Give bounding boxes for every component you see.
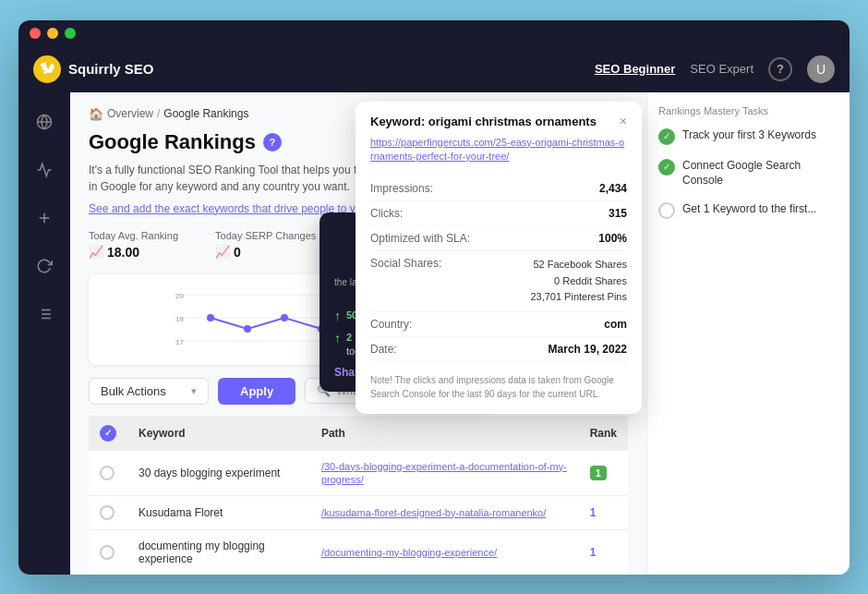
sidebar-icon-globe[interactable] [30,107,59,137]
kd-sla-value: 100% [470,232,627,245]
kd-date-value: March 19, 2022 [463,343,627,356]
breadcrumb-current: Google Rankings [163,107,248,120]
kd-clicks-label: Clicks: [370,207,463,220]
task-label-2: Connect Google Search Console [682,158,838,189]
kd-title: Keyword: origami christmas ornaments [370,115,597,128]
content-area: 🏠 Overview / Google Rankings Google Rank… [70,92,850,575]
col-path-header[interactable]: Path [310,416,579,451]
sidebar-icon-sync[interactable] [30,251,59,281]
keyword-detail-panel: Keyword: origami christmas ornaments × h… [356,102,642,415]
keywords-table: ✓ Keyword Path Rank 30 days blogging exp… [89,416,628,575]
breadcrumb-overview[interactable]: Overview [107,107,153,120]
svg-text:17: 17 [175,338,184,346]
row-path[interactable]: /kusudama-floret-designed-by-natalia-rom… [310,495,579,529]
row-keyword: Kusudama Floret [127,495,310,529]
arrow-icon-2: ↑ [334,331,341,345]
sidebar-icon-add[interactable] [30,203,59,233]
kd-sla-label: Optimized with SLA: [370,232,470,245]
nav-seo-beginner[interactable]: SEO Beginner [595,62,675,76]
kd-url[interactable]: https://paperfingercuts.com/25-easy-orig… [370,136,627,164]
kd-close-button[interactable]: × [620,115,627,127]
serp-label: Today SERP Changes [215,230,316,241]
maximize-dot[interactable] [65,28,76,39]
navbar: 🐿 Squirrly SEO SEO Beginner SEO Expert ?… [18,46,850,92]
serp-stat: Today SERP Changes 📈 0 [215,230,316,260]
row-rank: 1 [579,451,628,496]
col-rank-header[interactable]: Rank [579,416,628,451]
row-path[interactable]: /documenting-my-blogging-experience/ [310,529,579,575]
kd-social-row: Social Shares: 52 Facebook Shares 0 Redd… [370,251,627,312]
svg-point-17 [244,325,251,333]
table-header: ✓ Keyword Path Rank [89,416,628,451]
main-layout: 🏠 Overview / Google Rankings Google Rank… [18,92,850,575]
close-dot[interactable] [30,28,41,39]
table-row: documenting my blogging experience /docu… [89,529,628,575]
kd-clicks-row: Clicks: 315 [370,201,627,226]
brand-name: Squirrly SEO [68,61,154,77]
kd-clicks-value: 315 [463,207,627,220]
titlebar [18,20,850,46]
row-keyword: 30 days blogging experiment [127,451,310,496]
navbar-right: SEO Beginner SEO Expert ? U [595,55,835,83]
task-item-3: Get 1 Keyword to the first... [658,201,838,219]
task-item-1: ✓ Track your first 3 Keywords [658,127,838,145]
app-window: 🐿 Squirrly SEO SEO Beginner SEO Expert ?… [18,20,850,575]
right-panel: Rankings Mastery Tasks ✓ Track your firs… [646,92,850,575]
kd-sla-row: Optimized with SLA: 100% [370,226,627,251]
table-row: Kusudama Floret /kusudama-floret-designe… [89,495,628,529]
task-check-2: ✓ [658,159,675,176]
kd-social-values: 52 Facebook Shares 0 Reddit Shares 23,70… [530,257,627,306]
svg-text:20: 20 [175,292,184,300]
avg-ranking-stat: Today Avg. Ranking 📈 18.00 [89,230,178,260]
minimize-dot[interactable] [47,28,58,39]
arrow-icon-1: ↑ [334,309,341,323]
table-row: 30 days blogging experiment /30-days-blo… [89,451,628,496]
row-checkbox[interactable] [89,529,127,575]
kd-social-label: Social Shares: [370,257,463,270]
task-item-2: ✓ Connect Google Search Console [658,158,838,189]
svg-point-18 [281,314,288,321]
sidebar-icon-chart[interactable] [30,155,59,185]
avatar[interactable]: U [807,55,835,83]
kd-date-row: Date: March 19, 2022 [370,337,627,362]
page-title-text: Google Rankings [89,130,256,154]
row-rank: 1 [579,529,628,575]
serp-value: 📈 0 [215,245,316,260]
sidebar [18,92,70,575]
svg-text:18: 18 [175,315,184,323]
kd-impressions-label: Impressions: [370,182,463,195]
info-badge[interactable]: ? [263,133,282,152]
apply-button[interactable]: Apply [218,378,295,405]
svg-point-16 [207,314,214,321]
row-checkbox[interactable] [89,451,127,496]
breadcrumb-separator: / [157,107,160,120]
task-check-1: ✓ [658,128,675,145]
row-path[interactable]: /30-days-blogging-experiment-a-documenta… [310,451,579,496]
panel-title: Rankings Mastery Tasks [658,105,838,116]
kd-impressions-row: Impressions: 2,434 [370,176,627,201]
sidebar-icon-settings[interactable] [30,299,59,329]
task-label-1: Track your first 3 Keywords [682,127,816,143]
kd-country-label: Country: [370,318,463,331]
bulk-actions-select[interactable]: Bulk Actions ▾ [89,378,209,405]
task-check-3 [658,202,675,219]
kd-note: Note! The clicks and impressions data is… [370,373,627,401]
home-icon: 🏠 [89,107,103,121]
col-checkbox: ✓ [89,416,127,451]
avg-ranking-label: Today Avg. Ranking [89,230,178,241]
task-label-3: Get 1 Keyword to the first... [682,201,816,217]
nav-seo-expert[interactable]: SEO Expert [690,62,753,76]
row-rank: 1 [579,495,628,529]
brand-logo: 🐿 Squirrly SEO [33,55,154,83]
avg-ranking-value: 📈 18.00 [89,245,178,260]
pinterest-pins: 23,701 Pinterest Pins [530,289,627,306]
table-body: 30 days blogging experiment /30-days-blo… [89,451,628,575]
kd-country-value: com [463,318,627,331]
kd-country-row: Country: com [370,312,627,337]
help-button[interactable]: ? [768,57,792,81]
row-checkbox[interactable] [89,495,127,529]
kd-header: Keyword: origami christmas ornaments × [370,115,627,128]
fb-shares: 52 Facebook Shares [530,257,627,273]
col-keyword-header[interactable]: Keyword [127,416,310,451]
kd-impressions-value: 2,434 [463,182,627,195]
